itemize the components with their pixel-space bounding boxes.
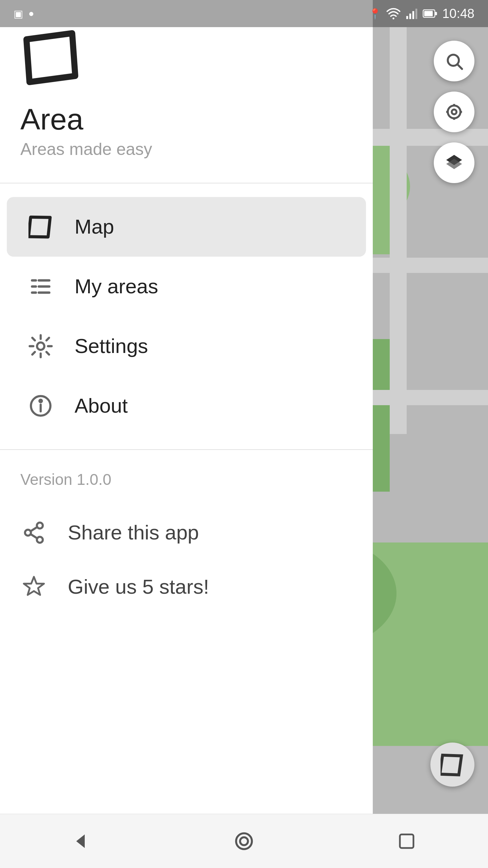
- search-icon: [445, 52, 464, 71]
- nav-divider: [0, 449, 373, 450]
- svg-rect-55: [435, 12, 437, 15]
- bottom-section: Version 1.0.0 Share this app Gi: [0, 457, 373, 628]
- my-location-button[interactable]: [434, 92, 474, 132]
- app-logo: [20, 27, 81, 88]
- svg-rect-30: [441, 755, 462, 775]
- svg-rect-49: [406, 16, 408, 19]
- rate-label: Give us 5 stars!: [68, 575, 209, 598]
- svg-rect-59: [400, 834, 413, 848]
- search-button[interactable]: [434, 41, 474, 81]
- app-tagline: Areas made easy: [20, 139, 352, 159]
- status-bar-right: 📍 10:48: [369, 6, 474, 21]
- back-icon: [71, 831, 92, 851]
- svg-point-58: [240, 837, 248, 845]
- svg-point-22: [452, 110, 456, 114]
- info-icon: [27, 392, 54, 419]
- version-text: Version 1.0.0: [20, 470, 352, 489]
- share-label: Share this app: [68, 521, 199, 544]
- recent-button[interactable]: [390, 824, 424, 858]
- layers-button[interactable]: [434, 142, 474, 183]
- svg-marker-47: [24, 577, 44, 595]
- circle-icon: ●: [28, 8, 34, 19]
- svg-rect-50: [409, 14, 411, 19]
- svg-rect-31: [28, 217, 50, 237]
- status-bar: ▣ ● 📍 10:48: [0, 0, 488, 27]
- area-fab-button[interactable]: [430, 743, 474, 787]
- nav-item-about[interactable]: About: [7, 376, 366, 436]
- back-button[interactable]: [64, 824, 98, 858]
- svg-line-46: [30, 534, 37, 538]
- nav-item-map[interactable]: Map: [7, 197, 366, 257]
- status-bar-left: ▣ ●: [14, 8, 34, 20]
- svg-rect-19: [390, 27, 407, 434]
- svg-rect-51: [412, 11, 414, 19]
- settings-icon: [27, 333, 54, 360]
- layers-icon: [445, 153, 464, 172]
- nav-item-settings-label: Settings: [75, 334, 148, 358]
- share-action[interactable]: Share this app: [20, 506, 352, 560]
- svg-point-57: [236, 833, 252, 849]
- nav-item-settings[interactable]: Settings: [7, 316, 366, 376]
- svg-point-38: [37, 342, 44, 350]
- nav-item-my-areas-label: My areas: [75, 275, 158, 298]
- svg-point-41: [39, 400, 42, 402]
- star-icon: [20, 573, 47, 600]
- svg-marker-56: [76, 834, 85, 848]
- area-fab-icon: [441, 753, 464, 776]
- battery-icon: [423, 7, 438, 20]
- navigation-drawer: Area Areas made easy Map: [0, 0, 373, 868]
- time-display: 10:48: [442, 6, 474, 21]
- nav-item-map-label: Map: [75, 215, 114, 238]
- wifi-icon: [386, 7, 401, 20]
- svg-line-45: [30, 527, 37, 531]
- svg-rect-54: [424, 11, 433, 16]
- list-icon: [27, 273, 54, 300]
- navigation-bar: [0, 814, 488, 868]
- svg-point-48: [392, 18, 394, 19]
- nav-item-my-areas[interactable]: My areas: [7, 257, 366, 316]
- svg-point-23: [448, 105, 460, 118]
- rate-action[interactable]: Give us 5 stars!: [20, 560, 352, 614]
- share-icon: [20, 519, 47, 546]
- svg-line-21: [458, 65, 462, 69]
- map-controls: [434, 41, 474, 183]
- sd-card-icon: ▣: [14, 8, 23, 20]
- location-status-icon: 📍: [369, 8, 381, 20]
- nav-item-about-label: About: [75, 394, 128, 417]
- signal-icon: [406, 7, 418, 20]
- recent-icon: [396, 831, 417, 851]
- app-name: Area: [20, 103, 352, 136]
- nav-items: Map My areas: [0, 190, 373, 442]
- map-icon: [27, 213, 54, 240]
- home-button[interactable]: [227, 824, 261, 858]
- svg-rect-52: [415, 9, 417, 19]
- header-divider: [0, 183, 373, 183]
- home-icon: [232, 829, 256, 853]
- location-icon: [445, 102, 464, 121]
